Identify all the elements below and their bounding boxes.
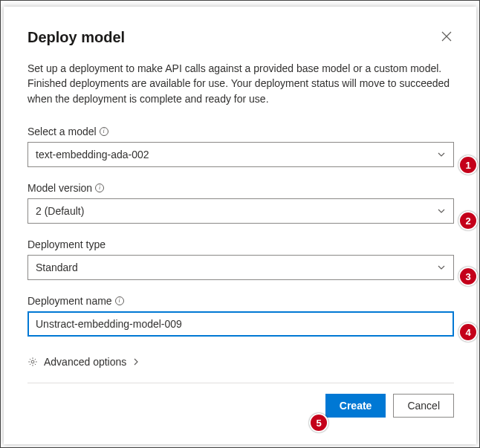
panel-description: Set up a deployment to make API calls ag… [27,61,454,106]
chevron-right-icon [132,358,140,366]
select-model-value: text-embedding-ada-002 [36,149,149,160]
field-model-version: Model version i 2 (Default) [27,182,454,224]
annotation-badge-1: 1 [458,155,478,175]
field-deployment-type: Deployment type Standard [27,238,454,280]
label-select-model: Select a model i [27,126,454,137]
info-icon[interactable]: i [115,296,124,305]
model-version-value: 2 (Default) [36,205,84,217]
chevron-down-icon [437,207,446,215]
create-button-label: Create [340,400,372,412]
advanced-options-toggle[interactable]: Advanced options [27,356,454,368]
label-model-version: Model version i [27,182,454,194]
info-icon[interactable]: i [95,184,104,192]
chevron-down-icon [437,263,446,272]
deployment-name-input[interactable] [27,311,454,337]
info-icon[interactable]: i [100,127,108,136]
close-button[interactable] [439,29,454,44]
chevron-down-icon [437,150,446,159]
cancel-button[interactable]: Cancel [393,394,454,418]
gear-icon [27,357,38,367]
cancel-button-label: Cancel [407,400,440,412]
select-model-dropdown[interactable]: text-embedding-ada-002 [27,142,454,167]
divider [27,383,454,383]
deploy-model-panel: Deploy model Set up a deployment to make… [4,7,476,444]
annotation-badge-5: 5 [309,413,328,432]
deployment-type-value: Standard [36,262,78,273]
svg-point-0 [31,360,34,363]
close-icon [441,31,452,42]
label-text: Select a model [27,126,97,137]
window-frame: Deploy model Set up a deployment to make… [0,0,480,448]
page-title: Deploy model [27,29,125,46]
deployment-type-dropdown[interactable]: Standard [27,255,454,280]
advanced-options-label: Advanced options [44,356,126,368]
label-text: Deployment type [27,238,106,250]
label-deployment-type: Deployment type [27,238,454,250]
label-text: Model version [27,182,92,194]
label-deployment-name: Deployment name i [27,295,454,307]
annotation-badge-2: 2 [458,211,478,230]
model-version-dropdown[interactable]: 2 (Default) [27,198,454,224]
field-select-model: Select a model i text-embedding-ada-002 [27,126,454,167]
annotation-badge-4: 4 [458,322,478,342]
field-deployment-name: Deployment name i [27,295,454,337]
label-text: Deployment name [27,295,112,307]
panel-footer: Create Cancel [27,394,454,418]
create-button[interactable]: Create [325,394,386,418]
panel-header: Deploy model [27,29,454,46]
annotation-badge-3: 3 [458,267,478,286]
